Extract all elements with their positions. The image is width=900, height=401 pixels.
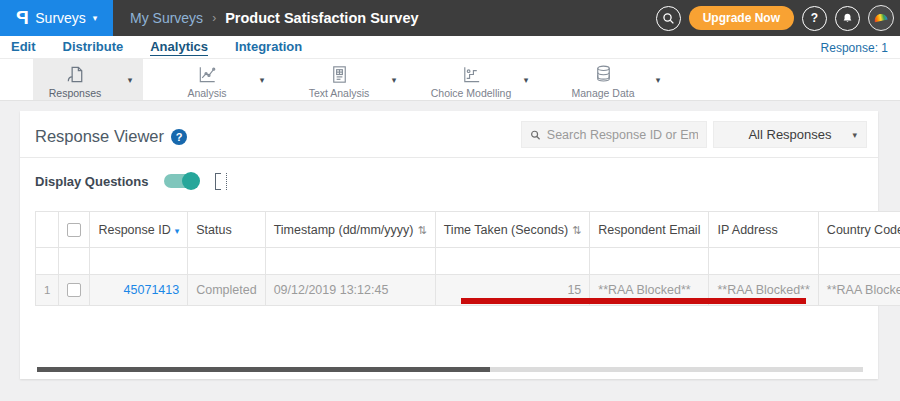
analysis-main: Analysis (165, 60, 249, 99)
responses-main: Responses (33, 60, 117, 99)
upgrade-now-button[interactable]: Upgrade Now (689, 6, 794, 30)
response-id-link[interactable]: 45071413 (124, 283, 180, 297)
breadcrumb-my-surveys[interactable]: My Surveys (130, 10, 203, 26)
cell-country-code: **RAA Blocked** (818, 275, 900, 306)
page-title: Response Viewer ? (35, 127, 187, 146)
sort-desc-icon[interactable]: ▾ (175, 226, 180, 236)
breadcrumb-separator: › (212, 11, 216, 25)
filter-cell-timestamp[interactable] (265, 248, 435, 275)
analytics-toolbar: Responses ▾ Analysis ▾ Text (0, 59, 900, 101)
sort-icon[interactable]: ⇅ (417, 224, 426, 236)
filter-cell-status[interactable] (188, 248, 265, 275)
header-time-taken[interactable]: Time Taken (Seconds)⇅ (435, 212, 590, 248)
page-title-text: Response Viewer (35, 127, 164, 146)
row-checkbox[interactable] (67, 283, 81, 297)
filter-cell (59, 248, 90, 275)
choice-modelling-label: Choice Modelling (431, 87, 512, 99)
title-help-icon[interactable]: ? (171, 129, 187, 145)
text-analysis-label: Text Analysis (309, 87, 370, 99)
row-select-cell[interactable] (59, 275, 90, 306)
responses-label: Responses (49, 87, 102, 99)
header-row: Response ID▾ Status Timestamp (dd/mm/yyy… (36, 212, 900, 248)
filter-row (36, 248, 900, 275)
toolbar-item-text-analysis[interactable]: Text Analysis ▾ (297, 59, 407, 100)
select-all-checkbox[interactable] (67, 223, 81, 237)
header-time-taken-label: Time Taken (Seconds) (444, 223, 568, 237)
manage-data-dropdown-caret[interactable]: ▾ (645, 75, 671, 85)
annotation-red-underline (461, 298, 806, 304)
responses-dropdown-caret[interactable]: ▾ (117, 75, 143, 85)
header-response-id[interactable]: Response ID▾ (90, 212, 188, 248)
display-questions-label: Display Questions (35, 174, 148, 189)
questionpro-logo: P (16, 7, 29, 29)
toolbar-item-choice-modelling[interactable]: Choice Modelling ▾ (429, 59, 539, 100)
filter-selected-value: All Responses (748, 127, 831, 142)
header-response-id-label: Response ID (98, 223, 170, 237)
text-analysis-main: Text Analysis (297, 60, 381, 99)
top-navigation-bar: P Surveys ▾ My Surveys › Product Satisfa… (0, 0, 900, 36)
filter-cell (36, 248, 59, 275)
response-search-box (521, 121, 707, 148)
search-input[interactable] (547, 128, 698, 142)
response-viewer-panel: Response Viewer ? All Responses ▾ Displa… (20, 111, 878, 379)
cell-response-id[interactable]: 45071413 (90, 275, 188, 306)
header-timestamp[interactable]: Timestamp (dd/mm/yyyy)⇅ (265, 212, 435, 248)
toolbar-item-analysis[interactable]: Analysis ▾ (165, 59, 275, 100)
header-country-code: Country Code (818, 212, 900, 248)
database-icon (592, 63, 615, 86)
survey-section-tabs: Edit Distribute Analytics Integration Re… (0, 36, 900, 59)
analysis-dropdown-caret[interactable]: ▾ (249, 75, 275, 85)
chevron-down-icon: ▾ (93, 13, 98, 23)
cell-timestamp: 09/12/2019 13:12:45 (265, 275, 435, 306)
header-timestamp-label: Timestamp (dd/mm/yyyy) (274, 223, 414, 237)
manage-data-main: Manage Data (561, 60, 645, 99)
choice-modelling-main: Choice Modelling (429, 60, 513, 99)
tab-analytics[interactable]: Analytics (150, 39, 208, 56)
tab-edit[interactable]: Edit (11, 39, 36, 55)
text-analysis-dropdown-caret[interactable]: ▾ (381, 75, 407, 85)
text-analysis-icon (328, 63, 351, 86)
product-name: Surveys (35, 10, 86, 26)
breadcrumb-current-survey: Product Satisfaction Survey (225, 10, 418, 26)
toolbar-item-manage-data[interactable]: Manage Data ▾ (561, 59, 671, 100)
topbar-actions: Upgrade Now ? (656, 0, 894, 36)
responses-table: Response ID▾ Status Timestamp (dd/mm/yyy… (35, 211, 900, 306)
choice-modelling-dropdown-caret[interactable]: ▾ (513, 75, 539, 85)
display-questions-toggle[interactable] (164, 174, 199, 188)
avatar[interactable] (868, 5, 894, 31)
sort-icon[interactable]: ⇅ (572, 224, 581, 236)
filter-cell-country[interactable] (818, 248, 900, 275)
filter-cell-time-taken[interactable] (435, 248, 590, 275)
avatar-rainbow-logo (873, 13, 887, 23)
response-filter-dropdown[interactable]: All Responses ▾ (713, 121, 867, 148)
help-button[interactable]: ? (802, 6, 827, 31)
surveys-menu[interactable]: P Surveys ▾ (0, 0, 113, 36)
divider (20, 157, 878, 158)
breadcrumb: My Surveys › Product Satisfaction Survey (130, 0, 419, 36)
response-count-label: Response: 1 (821, 36, 888, 59)
search-icon[interactable] (656, 6, 681, 31)
filter-cell-email[interactable] (590, 248, 709, 275)
filter-cell-response-id[interactable] (90, 248, 188, 275)
header-ip-address: IP Address (709, 212, 818, 248)
manage-data-label: Manage Data (571, 87, 634, 99)
cell-status: Completed (188, 275, 265, 306)
analysis-label: Analysis (187, 87, 226, 99)
tab-distribute[interactable]: Distribute (63, 39, 124, 55)
header-rownum (36, 212, 59, 248)
bell-icon[interactable] (835, 6, 860, 31)
search-icon (530, 129, 541, 141)
horizontal-scrollbar-thumb[interactable] (37, 367, 490, 372)
filter-cell-ip[interactable] (709, 248, 818, 275)
header-select-all[interactable] (59, 212, 90, 248)
freeze-columns-icon[interactable] (215, 172, 227, 190)
display-controls: Display Questions (35, 172, 227, 190)
toggle-knob (182, 172, 200, 190)
row-number: 1 (36, 275, 59, 306)
tab-integration[interactable]: Integration (235, 39, 302, 55)
responses-icon (64, 63, 87, 86)
toolbar-item-responses[interactable]: Responses ▾ (33, 59, 143, 100)
header-respondent-email: Respondent Email (590, 212, 709, 248)
horizontal-scrollbar[interactable] (37, 367, 863, 372)
header-status: Status (188, 212, 265, 248)
